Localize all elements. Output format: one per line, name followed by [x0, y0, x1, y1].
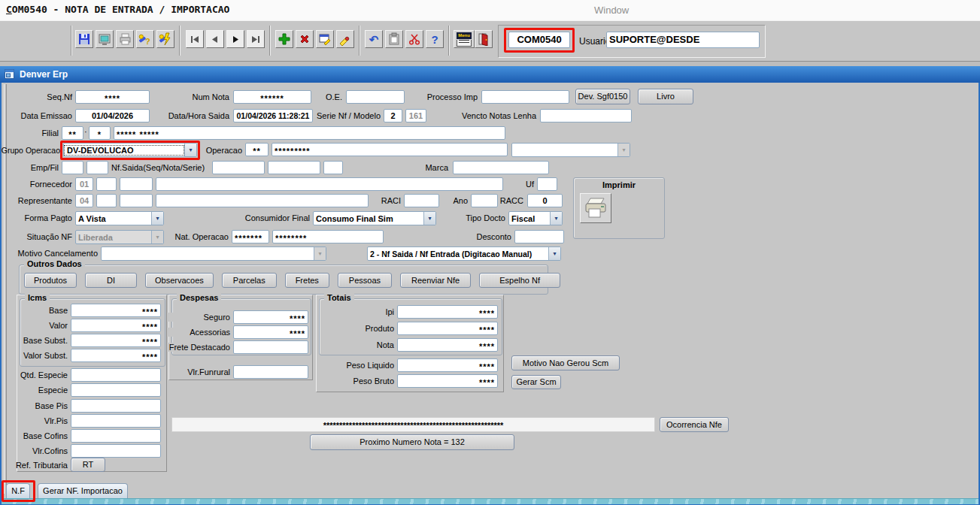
motivo-nao-gerou-scm-button[interactable]: Motivo Nao Gerou Scm — [511, 355, 620, 370]
grupo-operacao-select[interactable]: DV-DEVOLUCAO ▾ — [63, 143, 197, 157]
motivo-cancelamento-label: Motivo Cancelamento — [11, 249, 98, 258]
vlr-cofins-field[interactable] — [71, 444, 161, 458]
base-cofins-field[interactable] — [71, 429, 161, 443]
tab-gerar-nf-importacao[interactable]: Gerar NF. Importacao — [38, 483, 128, 498]
delete-record-button[interactable] — [296, 30, 314, 48]
insert-record-icon — [278, 32, 291, 46]
operacao-codigo-field[interactable]: ** — [245, 143, 269, 156]
clipboard-button[interactable] — [385, 30, 403, 48]
display-button[interactable] — [96, 30, 114, 48]
icms-base-subst-field[interactable]: **** — [71, 334, 161, 347]
desconto-field[interactable] — [514, 230, 564, 243]
filial-fil-field[interactable]: * — [89, 126, 111, 140]
nf-saida-seq-field[interactable] — [212, 161, 265, 174]
previous-record-button[interactable] — [206, 30, 224, 48]
fornecedor-codigo-field[interactable] — [120, 177, 153, 191]
forma-pagto-select[interactable]: A Vista ▾ — [75, 211, 164, 225]
seguro-field[interactable]: **** — [233, 310, 308, 324]
ano-field[interactable] — [471, 194, 498, 207]
proximo-numero-nota-button[interactable]: Proximo Numero Nota = 132 — [310, 434, 514, 450]
insert-record-button[interactable] — [275, 30, 293, 48]
reenviar-nfe-button[interactable]: Reenviar Nfe — [400, 273, 471, 288]
representante-nome-field[interactable] — [156, 194, 369, 207]
gerar-scm-button[interactable]: Gerar Scm — [511, 375, 561, 389]
save-button[interactable] — [75, 30, 93, 48]
uf-field[interactable] — [537, 177, 557, 191]
nf-saida-serie-field[interactable] — [323, 161, 343, 174]
scissors-icon — [408, 32, 421, 46]
exit-button[interactable] — [475, 30, 493, 48]
produtos-button[interactable]: Produtos — [24, 273, 77, 288]
ocorrencia-nfe-button[interactable]: Ocorrencia Nfe — [660, 417, 729, 432]
last-record-button[interactable] — [247, 30, 265, 48]
oe-field[interactable] — [346, 90, 405, 104]
marca-field[interactable] — [453, 161, 549, 174]
serie-nf-field[interactable]: 2 — [384, 109, 402, 122]
frete-destacado-field[interactable] — [233, 340, 308, 354]
tipo-docto-select[interactable]: Fiscal ▾ — [508, 211, 563, 225]
vencto-notas-lenha-field[interactable] — [540, 109, 632, 122]
icms-base-field[interactable]: **** — [71, 304, 161, 317]
pessoas-button[interactable]: Pessoas — [338, 273, 392, 288]
help-button[interactable]: ? — [426, 30, 444, 48]
peso-bruto-field[interactable]: **** — [397, 374, 498, 388]
emp-field[interactable] — [62, 161, 83, 174]
parcelas-button[interactable]: Parcelas — [222, 273, 277, 288]
first-record-button[interactable] — [186, 30, 204, 48]
execute-query-button[interactable] — [156, 30, 174, 48]
fretes-button[interactable]: Fretes — [285, 273, 329, 288]
usuario-input[interactable]: SUPORTE@DESDE — [606, 32, 760, 48]
operacao-descricao-field[interactable]: ********* — [272, 143, 508, 156]
filial-emp-field[interactable]: ** — [62, 126, 83, 140]
di-button[interactable]: DI — [85, 273, 137, 288]
imprimir-button[interactable] — [580, 193, 611, 223]
base-pis-field[interactable] — [71, 399, 161, 413]
nat-operacao-codigo-field[interactable]: ******* — [232, 230, 269, 243]
edit-record-button[interactable] — [316, 30, 334, 48]
acessorias-field[interactable]: **** — [233, 325, 308, 339]
fil-field[interactable] — [86, 161, 108, 174]
filial-separator: · — [84, 127, 88, 136]
data-hora-saida-field[interactable]: 01/04/2026 11:28:21 — [233, 109, 313, 122]
icms-valor-field[interactable]: **** — [71, 319, 161, 332]
filial-nome-field[interactable]: ***** ***** — [114, 126, 505, 140]
menu-button[interactable]: Menu — [454, 30, 475, 48]
enter-query-icon: ? — [138, 32, 152, 46]
raci-field[interactable] — [404, 194, 439, 207]
enter-query-button[interactable]: ? — [136, 30, 154, 48]
consumidor-final-select[interactable]: Consumo Final Sim ▾ — [313, 211, 436, 225]
racc-field[interactable]: 0 — [527, 194, 563, 207]
list-of-values-button[interactable] — [336, 30, 354, 48]
seq-nf-field[interactable]: **** — [75, 90, 150, 104]
processo-imp-label: Processo Imp — [408, 92, 478, 101]
representante-codigo-field[interactable] — [120, 194, 153, 207]
nota-field[interactable]: **** — [397, 338, 498, 352]
data-emissao-field[interactable]: 01/04/2026 — [75, 109, 150, 122]
rt-button[interactable]: RT — [71, 458, 105, 472]
nat-operacao-descricao-field[interactable]: ******** — [272, 230, 384, 243]
icms-valor-subst-field[interactable]: **** — [71, 349, 161, 362]
undo-button[interactable]: ↶ — [365, 30, 383, 48]
nf-saida-nota-field[interactable] — [268, 161, 320, 174]
next-record-button[interactable] — [226, 30, 244, 48]
processo-imp-field[interactable] — [481, 90, 569, 104]
espelho-nf-button[interactable]: Espelho Nf — [479, 273, 560, 288]
dev-sgf0150-button[interactable]: Dev. Sgf0150 — [575, 89, 630, 104]
produto-field[interactable]: **** — [397, 322, 498, 335]
representante-fil-field[interactable] — [96, 194, 117, 207]
qtd-especie-field[interactable] — [71, 368, 161, 382]
vlr-pis-field[interactable] — [71, 414, 161, 428]
tipo-entrada-select[interactable]: 2 - Nf Saida / Nf Entrada (Digitacao Man… — [367, 246, 561, 261]
menu-window[interactable]: Window — [594, 5, 629, 16]
fornecedor-nome-field[interactable] — [156, 177, 503, 191]
cut-record-button[interactable] — [405, 30, 423, 48]
vlr-funrural-field[interactable] — [233, 365, 308, 379]
denver-erp-titlebar[interactable]: Denver Erp — [0, 66, 980, 83]
peso-liquido-field[interactable]: **** — [397, 358, 498, 372]
livro-button[interactable]: Livro — [638, 89, 693, 104]
print-button[interactable] — [116, 30, 134, 48]
ipi-field[interactable]: **** — [397, 305, 498, 319]
observacoes-button[interactable]: Observacoes — [145, 273, 214, 288]
especie-field[interactable] — [71, 383, 161, 397]
fornecedor-fil-field[interactable] — [96, 177, 117, 191]
